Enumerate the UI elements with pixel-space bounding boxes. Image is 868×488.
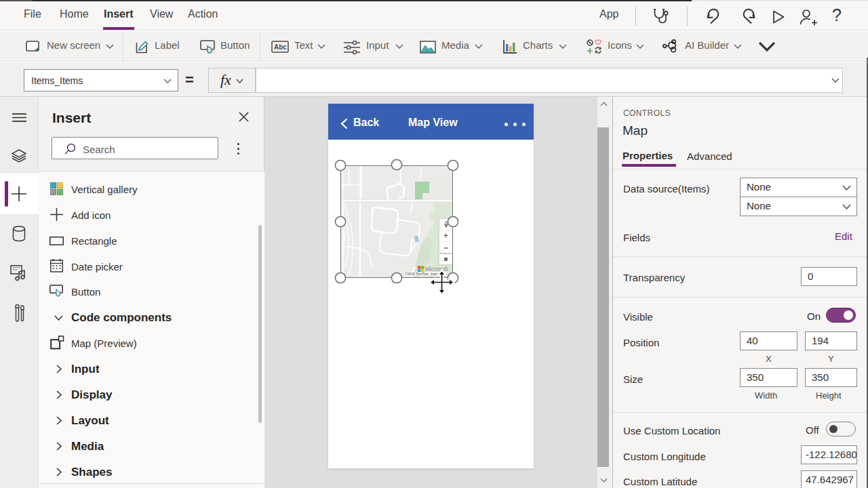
svg-text:Abc: Abc bbox=[274, 43, 287, 51]
